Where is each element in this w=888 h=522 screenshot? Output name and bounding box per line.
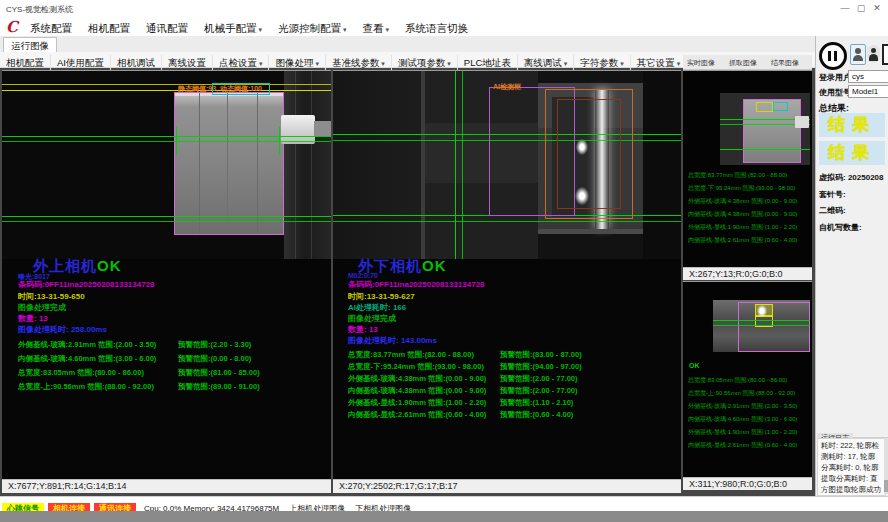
model-input[interactable]: Model1 — [848, 85, 888, 98]
measurement-row: 总宽度:83.05mm 范围:(80.00 - 86.00) — [18, 368, 144, 378]
tool-image-processing[interactable]: 图像处理 — [269, 55, 325, 71]
overlay-red-box — [557, 99, 621, 209]
left-camera-viewport[interactable]: 静态阈值:93, 动态阈值:100 — [2, 71, 331, 259]
measure-value: 内侧基线-玻璃:4.60mm 范围:(3.00 - 6.00) — [18, 354, 156, 363]
tool-plc-address[interactable]: PLC地址表 — [458, 55, 518, 70]
overlay-green-line — [713, 320, 810, 321]
minimize-button[interactable]: — — [838, 2, 852, 15]
warning-range: 预警范围:(83.00 - 87.00) — [500, 350, 582, 360]
center-process-done: 图像处理完成 — [348, 313, 396, 324]
warn-value: 预警范围:(81.00 - 85.00) — [178, 368, 260, 377]
thumb-header-live[interactable]: 实时图像 — [687, 58, 715, 68]
thumb-line: 内侧基线-玻璃:4.38mm 范围:(0.00 - 9.00) — [688, 210, 797, 219]
measure-value: 内侧基线-玻璃:4.38mm 范围:(0.00 - 9.00) — [348, 386, 486, 395]
menu-system-config[interactable]: 系统配置 — [22, 19, 80, 37]
warn-value: 预警范围:(2.00 - 77.00) — [500, 386, 578, 395]
scene-clamp — [281, 115, 315, 144]
scene-metal-part — [174, 92, 284, 235]
log-tab-bar: 运行日志设置日志辅助日志 — [817, 426, 888, 438]
warning-range: 预警范围:(1.10 - 2.10) — [500, 398, 573, 408]
menu-camera-config[interactable]: 相机配置 — [80, 19, 138, 37]
tool-spot-check[interactable]: 点检设置 — [213, 55, 269, 71]
login-user-input[interactable]: cys — [848, 70, 888, 83]
thumb-top-pixel-info: X:267;Y:13;R:0;G:0;B:0 — [683, 267, 812, 280]
warning-range: 预警范围:(89.00 - 91.00) — [178, 382, 260, 392]
pause-icon — [834, 51, 837, 61]
tool-offline-settings[interactable]: 离线设置 — [162, 55, 213, 70]
overlay-yellow-box — [756, 102, 773, 112]
user-icon — [855, 48, 861, 54]
scene-part-streak — [199, 93, 200, 234]
thumb-line: 总宽度-下:95.24mm 范围:(93.00 - 98.00) — [688, 184, 795, 193]
pause-button[interactable] — [819, 42, 847, 70]
center-camera-viewport[interactable]: AI检测框 — [333, 71, 681, 259]
overlay-green-line — [713, 325, 810, 326]
thumb-header: 实时图像 抓取图像 结果图像 — [683, 55, 812, 70]
tool-other-settings[interactable]: 其它设置 — [631, 55, 687, 71]
thumb-ok: OK — [689, 362, 700, 369]
thumb-line: 外侧基线-玻璃:2.91mm 范围:(2.00 - 3.50) — [688, 402, 797, 411]
center-ai-elapsed: AI处理耗时: 166 — [348, 302, 406, 313]
measurement-row: 总宽度-下:95.24mm 范围:(93.00 - 98.00) — [348, 362, 484, 372]
thumb-top-viewport[interactable]: 总宽度:83.77mm 范围:(82.00 - 88.00) 总宽度-下:95.… — [683, 71, 812, 267]
tool-ai-config[interactable]: AI使用配置 — [51, 55, 111, 70]
warn-value: 预警范围:(94.00 - 97.00) — [500, 362, 582, 371]
center-elapsed: 图像处理耗时: 143.00ms — [348, 335, 437, 346]
measure-value: 内侧基线-显线:2.61mm 范围:(0.60 - 4.00) — [348, 410, 486, 419]
measurement-row: 总宽度:83.77mm 范围:(82.00 - 88.00) — [348, 350, 474, 360]
warn-value: 预警范围:(0.00 - 8.00) — [178, 354, 251, 363]
center-camera-panel: AI检测框 外下相机OK M02:0:70 条码码:0FF11ina202502… — [333, 70, 681, 493]
tool-char-params[interactable]: 字符参数 — [574, 55, 630, 71]
measure-value: 总宽度-上:90.56mm 范围:(88.00 - 92.00) — [18, 382, 154, 391]
close-button[interactable]: ✕ — [870, 2, 884, 15]
window-title: CYS-视觉检测系统 — [6, 4, 73, 15]
warning-range: 预警范围:(0.00 - 8.00) — [178, 354, 251, 364]
measurement-row: 外侧基线-玻璃:4.38mm 范围:(0.00 - 9.00) — [348, 374, 486, 384]
thumb-bottom-pixel-info: X:311;Y:980;R:0;G:0;B:0 — [683, 477, 812, 490]
user-login-button[interactable] — [850, 44, 866, 65]
thumb-header-grab[interactable]: 抓取图像 — [729, 58, 757, 68]
warning-range: 预警范围:(0.60 - 4.00) — [500, 410, 573, 420]
measurement-row: 外侧基线-显线:1.90mm 范围:(1.00 - 2.20) — [348, 398, 486, 408]
overlay-cyan-box — [773, 102, 788, 111]
measure-value: 总宽度:83.05mm 范围:(80.00 - 86.00) — [18, 368, 144, 377]
scene-clamp-rod — [314, 121, 331, 137]
measure-value: 总宽度:83.77mm 范围:(82.00 - 88.00) — [348, 350, 474, 359]
user-dark-icon — [871, 48, 876, 53]
tool-test-params[interactable]: 测试项参数 — [392, 55, 458, 71]
warn-value: 预警范围:(1.10 - 2.10) — [500, 398, 573, 407]
tool-camera-debug[interactable]: 相机调试 — [111, 55, 162, 70]
overlay-green-line — [333, 221, 681, 222]
tab-run-image[interactable]: 运行图像 — [3, 37, 57, 53]
tool-baseline-params[interactable]: 基准线参数 — [326, 55, 392, 71]
log-text-area[interactable]: 耗时: 222, 轮廓检测耗时: 17, 轮廓分离耗时: 0, 轮廓提取分离耗时… — [817, 438, 886, 496]
measure-value: 外侧基线-显线:1.90mm 范围:(1.00 - 2.20) — [348, 398, 486, 407]
overlay-green-line — [2, 221, 331, 222]
measure-value: 外侧基线-玻璃:2.91mm 范围:(2.00 - 3.50) — [18, 340, 156, 349]
center-time: 时间:13-31-59-627 — [348, 291, 415, 302]
center-count: 数量: 13 — [348, 324, 378, 335]
overlay-green-vline — [462, 71, 463, 259]
log-scrollbar-thumb[interactable] — [884, 480, 888, 492]
exit-button[interactable] — [882, 44, 888, 65]
maximize-button[interactable]: ▢ — [854, 2, 868, 15]
overlay-green-tick — [279, 127, 280, 155]
thumb-line: 总宽度-上:90.56mm 范围:(88.00 - 92.00) — [688, 389, 795, 398]
measurement-row: 内侧基线-玻璃:4.60mm 范围:(3.00 - 6.00) — [18, 354, 156, 364]
left-time: 时间:13-31-59-650 — [18, 291, 85, 302]
measurement-row: 总宽度-上:90.56mm 范围:(88.00 - 92.00) — [18, 382, 154, 392]
warning-range: 预警范围:(81.00 - 85.00) — [178, 368, 260, 378]
title-bar: CYS-视觉检测系统 — ▢ ✕ — [0, 0, 888, 19]
menu-language-switch[interactable]: 系统语言切换 — [397, 19, 476, 37]
thumb-header-result[interactable]: 结果图像 — [771, 58, 799, 68]
operator-button[interactable] — [867, 45, 880, 63]
thumb-line: 总宽度:83.77mm 范围:(82.00 - 88.00) — [688, 171, 787, 180]
thumb-bottom-viewport[interactable]: OK 总宽度:83.05mm 范围:(80.00 - 86.00) 总宽度-上:… — [683, 282, 812, 477]
menu-comm-config[interactable]: 通讯配置 — [138, 19, 196, 37]
tool-offline-debug[interactable]: 离线调试 — [518, 55, 574, 71]
center-camera-result: OK — [422, 257, 447, 274]
threshold-note: 静态阈值:93, 动态阈值:100 — [178, 84, 262, 94]
log-scrollbar[interactable] — [884, 438, 888, 494]
left-elapsed: 图像处理耗时: 258.00ms — [18, 324, 107, 335]
tool-camera-config[interactable]: 相机配置 — [0, 55, 51, 70]
